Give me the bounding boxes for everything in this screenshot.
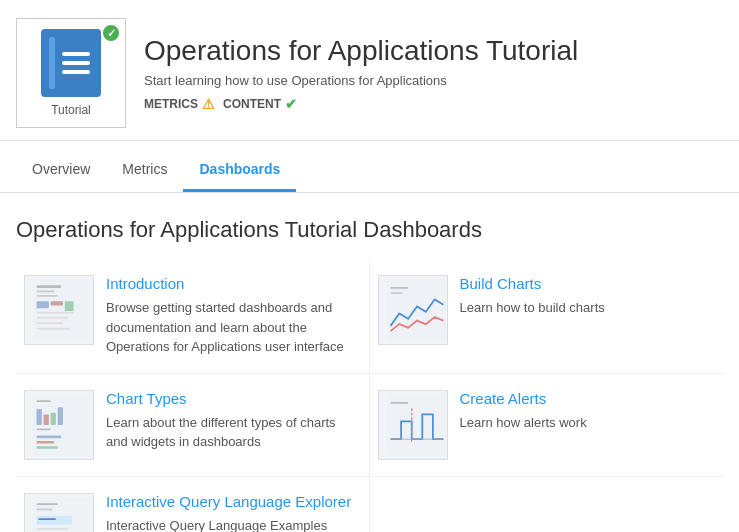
warn-icon: ⚠ (202, 96, 215, 112)
svg-rect-7 (37, 312, 74, 314)
page-title: Operations for Applications Tutorial (144, 35, 723, 67)
tab-dashboards[interactable]: Dashboards (183, 149, 296, 192)
query-thumbnail (24, 493, 94, 533)
tab-metrics[interactable]: Metrics (106, 149, 183, 192)
svg-rect-4 (37, 301, 49, 308)
book-line (62, 52, 90, 56)
list-item: Interactive Query Language Explorer Inte… (16, 477, 370, 533)
svg-rect-33 (37, 528, 69, 530)
header-info: Operations for Applications Tutorial Sta… (144, 35, 723, 112)
svg-rect-18 (51, 412, 56, 424)
tab-bar: Overview Metrics Dashboards (0, 149, 739, 193)
alerts-desc: Learn how alerts work (460, 413, 716, 433)
intro-title[interactable]: Introduction (106, 275, 361, 292)
book-line (62, 70, 90, 74)
svg-rect-3 (37, 295, 58, 297)
svg-rect-0 (33, 280, 93, 340)
alerts-thumbnail (378, 390, 448, 460)
query-desc: Interactive Query Language Examples (106, 516, 361, 533)
content-grid: Introduction Browse getting started dash… (0, 259, 739, 532)
svg-rect-13 (390, 292, 402, 294)
svg-rect-14 (33, 395, 93, 455)
svg-rect-22 (37, 440, 55, 443)
build-thumbnail (378, 275, 448, 345)
build-title[interactable]: Build Charts (460, 275, 716, 292)
svg-rect-17 (44, 414, 49, 425)
query-title[interactable]: Interactive Query Language Explorer (106, 493, 361, 510)
intro-item-text: Introduction Browse getting started dash… (106, 275, 361, 357)
svg-rect-23 (37, 446, 58, 449)
page-subtitle: Start learning how to use Operations for… (144, 73, 723, 88)
svg-rect-6 (65, 301, 74, 311)
check-icon: ✔ (285, 96, 297, 112)
svg-rect-9 (37, 322, 63, 324)
list-item: Introduction Browse getting started dash… (16, 259, 370, 374)
svg-rect-31 (37, 515, 72, 524)
build-desc: Learn how to build charts (460, 298, 716, 318)
svg-rect-19 (58, 407, 63, 425)
svg-rect-30 (37, 508, 53, 510)
svg-rect-1 (37, 285, 62, 288)
book-lines (62, 52, 90, 74)
tutorial-icon: Tutorial (16, 18, 126, 128)
svg-rect-21 (37, 435, 62, 438)
alerts-item-text: Create Alerts Learn how alerts work (460, 390, 716, 433)
page-header: Tutorial Operations for Applications Tut… (0, 0, 739, 141)
list-item: Create Alerts Learn how alerts work (370, 374, 724, 477)
svg-rect-8 (37, 317, 69, 319)
svg-rect-29 (37, 503, 58, 505)
svg-rect-11 (387, 280, 447, 340)
svg-rect-25 (390, 402, 408, 404)
svg-rect-28 (33, 498, 93, 533)
svg-rect-24 (387, 395, 447, 455)
query-item-text: Interactive Query Language Explorer Inte… (106, 493, 361, 533)
svg-rect-10 (37, 328, 71, 330)
book-line (62, 61, 90, 65)
svg-rect-12 (390, 287, 408, 289)
metrics-label: METRICS (144, 97, 198, 111)
charts-item-text: Chart Types Learn about the different ty… (106, 390, 361, 452)
svg-rect-5 (51, 301, 63, 305)
intro-desc: Browse getting started dashboards and do… (106, 298, 361, 357)
intro-thumbnail (24, 275, 94, 345)
check-badge-icon (101, 23, 121, 43)
charts-thumbnail (24, 390, 94, 460)
charts-desc: Learn about the different types of chart… (106, 413, 361, 452)
metrics-badge: METRICS ⚠ (144, 96, 215, 112)
list-item: Build Charts Learn how to build charts (370, 259, 724, 374)
build-item-text: Build Charts Learn how to build charts (460, 275, 716, 318)
content-badge: CONTENT ✔ (223, 96, 297, 112)
svg-rect-15 (37, 400, 51, 402)
list-item: Chart Types Learn about the different ty… (16, 374, 370, 477)
charts-title[interactable]: Chart Types (106, 390, 361, 407)
svg-rect-16 (37, 409, 42, 425)
svg-rect-2 (37, 291, 55, 293)
alerts-title[interactable]: Create Alerts (460, 390, 716, 407)
svg-rect-20 (37, 428, 51, 430)
dashboards-page-title: Operations for Applications Tutorial Das… (0, 193, 739, 259)
book-icon (41, 29, 101, 97)
content-label: CONTENT (223, 97, 281, 111)
svg-rect-32 (38, 518, 56, 520)
tab-overview[interactable]: Overview (16, 149, 106, 192)
tutorial-icon-label: Tutorial (51, 103, 91, 117)
header-badges: METRICS ⚠ CONTENT ✔ (144, 96, 723, 112)
